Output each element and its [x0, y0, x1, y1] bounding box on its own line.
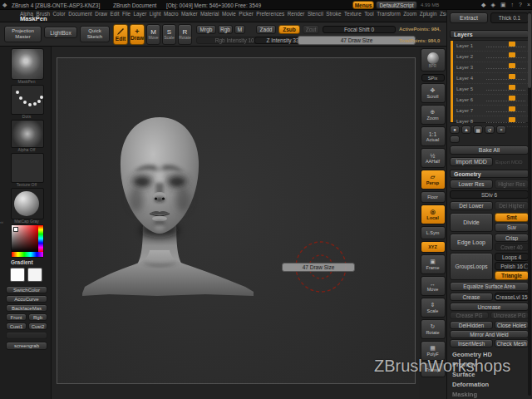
- window-control-icon[interactable]: ◆: [481, 1, 485, 9]
- hue-strip-horizontal[interactable]: [12, 252, 43, 257]
- slider-handle[interactable]: [509, 117, 515, 122]
- tray-collapse-arrows[interactable]: ‹‹: [0, 219, 3, 224]
- slider-handle[interactable]: [509, 74, 515, 79]
- rotate-3d-button[interactable]: ↻Rotate: [421, 319, 446, 339]
- menu-item[interactable]: Layer: [134, 11, 147, 17]
- layer-intensity-slider[interactable]: [486, 76, 525, 80]
- edit-mode-button[interactable]: Edit: [113, 24, 128, 45]
- lsym-button[interactable]: L.Sym: [421, 226, 446, 239]
- triangle-toggle[interactable]: Triangle: [495, 271, 529, 280]
- window-control-icon[interactable]: ×: [527, 1, 530, 9]
- divide-button[interactable]: Divide: [450, 213, 493, 232]
- menu-item[interactable]: Macro: [164, 11, 179, 17]
- mirror-and-weld-button[interactable]: Mirror And Weld: [450, 330, 529, 338]
- aahalf-button[interactable]: ½AAHalf: [421, 148, 446, 168]
- document-viewport[interactable]: 47 Draw Size: [57, 57, 416, 384]
- stroke-selector-thumbnail[interactable]: [11, 85, 44, 115]
- perspective-button[interactable]: ▱Persp: [421, 170, 446, 190]
- crease-button[interactable]: Crease: [450, 293, 493, 301]
- layers-scrollbar[interactable]: [451, 41, 453, 122]
- slider-handle[interactable]: [509, 63, 515, 68]
- layer-intensity-slider[interactable]: [486, 44, 525, 47]
- brush-selector-thumbnail[interactable]: [11, 48, 44, 80]
- window-control-icon[interactable]: ↑: [511, 1, 515, 9]
- window-control-icon[interactable]: ▣: [500, 1, 506, 9]
- scale-mode-button[interactable]: S Scale: [162, 24, 176, 45]
- menu-item[interactable]: Preferences: [256, 11, 284, 17]
- crease-pg-button[interactable]: Crease PG: [450, 312, 489, 319]
- lightbox-button[interactable]: LightBox: [44, 27, 77, 38]
- bake-all-button[interactable]: Bake All: [450, 145, 529, 155]
- rotate-mode-button[interactable]: R Rotate: [178, 24, 192, 45]
- cover-slider[interactable]: Cover 40: [495, 243, 529, 251]
- menu-item[interactable]: Edit: [111, 11, 120, 17]
- slider-handle[interactable]: [509, 52, 515, 57]
- cust1-button[interactable]: Cust1: [6, 323, 27, 330]
- tray-scrollbar-thumb[interactable]: [528, 13, 531, 88]
- menu-item[interactable]: Movie: [222, 11, 236, 17]
- layer-intensity-slider[interactable]: [486, 98, 525, 101]
- layer-row[interactable]: Layer 2: [454, 52, 528, 62]
- zcut-button[interactable]: Zcut: [303, 25, 319, 34]
- layer-tool-button[interactable]: ▲: [461, 126, 471, 134]
- layers-header[interactable]: Layers: [450, 30, 529, 38]
- layer-tool-button[interactable]: ↺: [485, 126, 495, 134]
- menu-item[interactable]: Document: [68, 11, 92, 17]
- geometry-header[interactable]: Geometry: [450, 170, 529, 178]
- draw-mode-button[interactable]: + Draw: [130, 24, 145, 45]
- bpr-render-button[interactable]: BPR: [421, 48, 446, 71]
- menu-item[interactable]: Material: [200, 11, 219, 17]
- mrgb-button[interactable]: Mrgb: [196, 25, 216, 34]
- zsub-button[interactable]: Zsub: [278, 25, 300, 34]
- m-button[interactable]: M: [234, 25, 245, 34]
- frame-button[interactable]: ▣Frame: [421, 254, 446, 274]
- layer-row[interactable]: Layer 7: [454, 106, 528, 116]
- equalize-surface-area-button[interactable]: Equalize Surface Area: [450, 282, 529, 291]
- groups-loops-button[interactable]: GroupsLoops: [450, 253, 493, 280]
- layer-intensity-slider[interactable]: [486, 87, 525, 91]
- layer-tool-button[interactable]: ×: [496, 126, 506, 134]
- layer-record-button[interactable]: [450, 135, 460, 143]
- menu-item[interactable]: Marker: [181, 11, 198, 17]
- layer-tool-button[interactable]: ▦: [473, 126, 483, 134]
- menu-item[interactable]: Tool: [364, 11, 374, 17]
- spix-slider[interactable]: SPix: [421, 74, 445, 81]
- zadd-button[interactable]: Zadd: [256, 25, 276, 34]
- accucurve-button[interactable]: AccuCurve: [6, 295, 47, 303]
- hue-strip-vertical[interactable]: [38, 225, 43, 252]
- alpha-selector-thumbnail[interactable]: [11, 120, 44, 148]
- extract-button[interactable]: Extract: [450, 12, 488, 23]
- menu-item[interactable]: Stroke: [326, 11, 341, 17]
- layer-intensity-slider[interactable]: [486, 55, 525, 58]
- projection-master-button[interactable]: Projection Master: [4, 26, 42, 42]
- thick-slider[interactable]: Thick 0.1: [490, 12, 529, 23]
- menu-item[interactable]: Render: [288, 11, 305, 17]
- layer-intensity-slider[interactable]: [486, 109, 525, 112]
- menus-toggle-button[interactable]: Menus: [352, 1, 374, 9]
- secondary-color-swatch[interactable]: [27, 268, 42, 282]
- crisp-toggle[interactable]: Crisp: [495, 234, 529, 242]
- del-lower-button[interactable]: Del Lower: [450, 201, 493, 210]
- uncrease-pg-button[interactable]: Uncrease PG: [490, 312, 529, 319]
- menu-item[interactable]: Draw: [95, 11, 107, 17]
- loops-slider[interactable]: Loops 4: [495, 253, 529, 261]
- import-mdd-button[interactable]: Import MDD: [450, 157, 493, 166]
- check-mesh-button[interactable]: Check Mesh: [495, 339, 529, 347]
- menu-item[interactable]: Color: [53, 11, 66, 17]
- move-mode-button[interactable]: M Move: [146, 24, 160, 45]
- edge-loop-button[interactable]: Edge Loop: [450, 234, 493, 251]
- scroll-button[interactable]: ✥Scroll: [421, 83, 446, 103]
- menu-item[interactable]: Transform: [377, 11, 400, 17]
- draw-size-slider[interactable]: 47 Draw Size: [298, 36, 416, 45]
- layer-intensity-slider[interactable]: [486, 120, 525, 123]
- layer-row[interactable]: Layer 3: [454, 62, 528, 73]
- sdiv-slider[interactable]: SDiv 6: [450, 190, 529, 199]
- menu-item[interactable]: File: [122, 11, 131, 17]
- layer-row[interactable]: Layer 6: [454, 95, 528, 106]
- quick-sketch-button[interactable]: Quick Sketch: [80, 26, 110, 42]
- layer-row[interactable]: Layer 1: [454, 41, 528, 52]
- window-control-icon[interactable]: ?: [519, 1, 522, 9]
- xyz-button[interactable]: XYZ: [421, 241, 446, 253]
- menu-item[interactable]: Zplugin: [420, 11, 437, 17]
- close-holes-button[interactable]: Close Holes: [495, 321, 529, 329]
